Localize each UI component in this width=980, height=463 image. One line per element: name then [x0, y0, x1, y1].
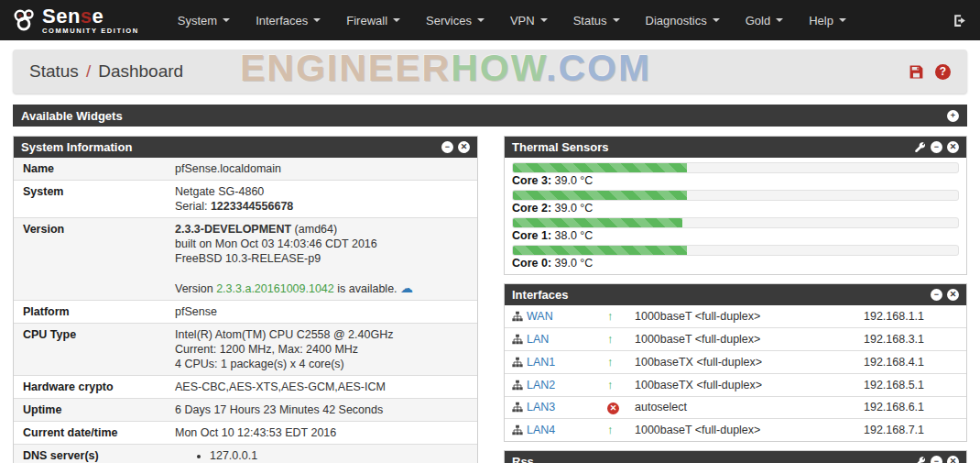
core-temperature-label: Core 0: 39.0 °C [512, 257, 959, 270]
table-row: DNS server(s)127.0.0.1192.168.1.1 [14, 445, 477, 463]
thermal-sensors-header: Thermal Sensors − ✕ [505, 137, 966, 158]
status-cell: ↑ [600, 419, 627, 442]
chevron-down-icon [613, 18, 620, 22]
row-value: 127.0.0.1192.168.1.1 [166, 445, 477, 463]
menu-system[interactable]: System [165, 0, 243, 40]
chevron-down-icon [776, 18, 783, 22]
table-row: Version2.3.3-DEVELOPMENT (amd64)built on… [14, 218, 477, 301]
interface-link[interactable]: LAN [527, 333, 549, 346]
row-label: CPU Type [14, 324, 166, 376]
sitemap-icon [512, 380, 523, 391]
save-icon[interactable] [909, 64, 924, 80]
status-up-icon: ↑ [607, 378, 614, 391]
interface-media: 100baseTX <full-duplex> [627, 351, 856, 374]
chevron-down-icon [393, 18, 400, 22]
minimize-icon[interactable]: − [931, 289, 942, 301]
interface-ip: 192.168.3.1 [856, 328, 966, 351]
system-information-table: NamepfSense.localdomainSystemNetgate SG-… [14, 158, 477, 463]
sitemap-icon [512, 424, 523, 435]
pfsense-logo-icon [13, 8, 37, 32]
core-temperature-label: Core 3: 39.0 °C [512, 174, 959, 188]
update-version-link[interactable]: 2.3.3.a.20161009.1042 [216, 282, 334, 295]
close-icon[interactable]: ✕ [947, 141, 959, 153]
menu-interfaces[interactable]: Interfaces [243, 0, 333, 40]
interface-name-cell: LAN2 [505, 374, 600, 397]
menu-services[interactable]: Services [413, 0, 497, 40]
status-up-icon: ↑ [607, 423, 614, 436]
chevron-down-icon [839, 18, 846, 22]
menu-status[interactable]: Status [561, 0, 633, 40]
row-value: 2.3.3-DEVELOPMENT (amd64)built on Mon Oc… [166, 218, 477, 301]
interface-link[interactable]: LAN1 [527, 356, 555, 369]
help-icon[interactable]: ? [935, 64, 951, 80]
interfaces-table: WAN↑1000baseT <full-duplex>192.168.1.1LA… [505, 305, 966, 441]
row-value: Intel(R) Atom(TM) CPU C2558 @ 2.40GHzCur… [166, 324, 477, 376]
table-row: Uptime6 Days 17 Hours 23 Minutes 42 Seco… [14, 399, 477, 422]
status-cell: ↑ [600, 351, 627, 374]
temperature-bar [512, 162, 959, 173]
temperature-bar-fill [513, 163, 687, 172]
interface-link[interactable]: LAN2 [527, 379, 555, 391]
core-temperature-label: Core 2: 39.0 °C [512, 202, 959, 215]
rss-title: Rss [512, 455, 534, 463]
interface-name-cell: LAN3 [505, 397, 600, 419]
table-row: Current date/timeMon Oct 10 12:43:53 EDT… [14, 422, 477, 445]
settings-wrench-icon[interactable] [914, 141, 926, 153]
sitemap-icon [512, 311, 523, 322]
chevron-down-icon [477, 18, 485, 22]
interface-link[interactable]: LAN4 [527, 424, 555, 436]
status-cell: ↑ [600, 374, 627, 397]
chevron-down-icon [313, 18, 321, 22]
breadcrumb-section[interactable]: Status [29, 61, 79, 82]
sitemap-icon [512, 357, 523, 368]
interfaces-panel: Interfaces − ✕ WAN↑1000baseT <full-duple… [504, 283, 967, 442]
table-row: SystemNetgate SG-4860Serial: 12233445566… [14, 181, 477, 218]
close-icon[interactable]: ✕ [458, 141, 470, 153]
row-value: Netgate SG-4860Serial: 1223344556678 [166, 181, 477, 218]
menu-firewall[interactable]: Firewall [333, 0, 413, 40]
brand-name-end: e [93, 5, 104, 28]
brand-text: Sense COMMUNITY EDITION [42, 6, 139, 35]
minimize-icon[interactable]: − [441, 141, 453, 153]
cloud-download-icon[interactable]: ☁ [400, 281, 413, 295]
menu-diagnostics[interactable]: Diagnostics [633, 0, 733, 40]
temperature-bar [512, 217, 959, 228]
interface-row: LAN↑1000baseT <full-duplex>192.168.3.1 [505, 328, 966, 351]
status-cell: ↑ [600, 305, 627, 328]
sitemap-icon [512, 334, 523, 345]
menu-vpn[interactable]: VPN [497, 0, 561, 40]
minimize-icon[interactable]: − [931, 456, 942, 463]
rss-header: Rss − ✕ [505, 451, 966, 463]
status-cell: ↑ [600, 328, 627, 351]
settings-wrench-icon[interactable] [914, 456, 926, 463]
close-icon[interactable]: ✕ [947, 456, 959, 463]
status-down-icon: ✕ [607, 402, 619, 414]
interface-link[interactable]: WAN [527, 310, 553, 323]
sign-out-icon[interactable] [952, 13, 967, 28]
interface-ip: 192.168.6.1 [856, 397, 966, 419]
breadcrumb: Status / Dashboard [29, 61, 183, 82]
temperature-bar-fill [513, 191, 687, 200]
menu-gold[interactable]: Gold [733, 0, 796, 40]
breadcrumb-page: Dashboard [98, 61, 183, 82]
menu-help[interactable]: Help [796, 0, 859, 40]
interfaces-title: Interfaces [512, 288, 568, 302]
interface-row: LAN2↑100baseTX <full-duplex>192.168.5.1 [505, 374, 966, 397]
row-value: pfSense [166, 301, 477, 324]
system-information-panel: System Information − ✕ NamepfSense.local… [13, 136, 478, 463]
close-icon[interactable]: ✕ [947, 289, 959, 301]
interface-link[interactable]: LAN3 [527, 401, 555, 413]
thermal-sensors-body: Core 3: 39.0 °CCore 2: 39.0 °CCore 1: 38… [505, 158, 966, 274]
brand-name: Sen [42, 5, 81, 28]
interface-name-cell: LAN [505, 328, 600, 351]
table-row: CPU TypeIntel(R) Atom(TM) CPU C2558 @ 2.… [14, 324, 477, 376]
interface-name-cell: LAN1 [505, 351, 600, 374]
minimize-icon[interactable]: − [931, 141, 942, 153]
temperature-bar [512, 245, 959, 256]
row-value: AES-CBC,AES-XTS,AES-GCM,AES-ICM [166, 376, 477, 399]
add-widget-icon[interactable]: + [947, 110, 959, 122]
chevron-down-icon [713, 18, 720, 22]
pfsense-logo[interactable]: Sense COMMUNITY EDITION [13, 6, 139, 35]
interface-name-cell: LAN4 [505, 419, 600, 442]
table-row: NamepfSense.localdomain [14, 158, 477, 181]
